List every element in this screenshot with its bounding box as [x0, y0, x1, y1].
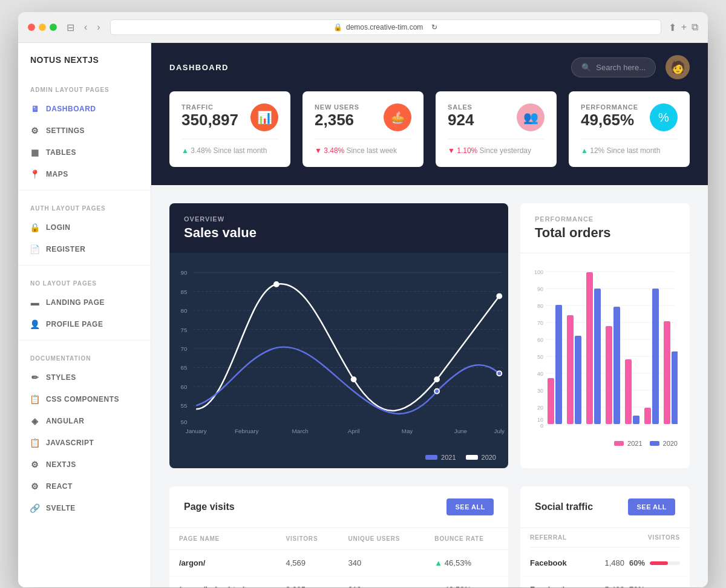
register-icon: 📄	[30, 244, 40, 254]
sidebar-item-login[interactable]: 🔒 Login	[18, 217, 151, 238]
social-bar	[650, 561, 668, 565]
social-right: 5,480 70%	[604, 585, 680, 587]
sidebar-item-svelte[interactable]: 🔗 Svelte	[18, 497, 151, 519]
svg-text:85: 85	[181, 289, 188, 295]
stat-value: 350,897	[182, 111, 238, 129]
sidebar-item-label: NextJS	[46, 460, 76, 469]
svg-rect-60	[633, 416, 639, 424]
login-icon: 🔒	[30, 223, 40, 232]
svg-text:20: 20	[537, 405, 543, 411]
sidebar-item-dashboard[interactable]: 🖥 Dashboard	[18, 98, 151, 120]
legend-dot-2021	[425, 455, 437, 460]
perf-legend-dot-2021	[614, 441, 624, 446]
svg-text:0: 0	[540, 423, 543, 429]
svg-text:75: 75	[181, 327, 188, 333]
social-rows: Facebook 1,480 60% Facebook	[520, 550, 690, 587]
sidebar-item-label: Javascript	[46, 439, 94, 447]
performance-chart-card: Performance Total orders 100 90 80 70 60…	[520, 203, 690, 468]
list-item: Facebook 5,480 70%	[520, 577, 690, 587]
svg-text:50: 50	[537, 354, 543, 360]
app-container: NOTUS NEXTJS Admin Layout Pages 🖥 Dashbo…	[18, 43, 708, 587]
sidebar-item-tables[interactable]: ▦ Tables	[18, 142, 151, 163]
refresh-icon[interactable]: ↻	[431, 23, 437, 31]
new-tab-icon[interactable]: +	[681, 22, 687, 33]
svelte-icon: 🔗	[30, 503, 40, 513]
svg-rect-54	[575, 336, 581, 424]
sidebar-item-profile[interactable]: 👤 Profile Page	[18, 313, 151, 335]
sidebar-item-javascript[interactable]: 📋 Javascript	[18, 432, 151, 454]
sidebar-item-landing[interactable]: ▬ Landing Page	[18, 292, 151, 313]
sidebar: NOTUS NEXTJS Admin Layout Pages 🖥 Dashbo…	[18, 43, 151, 587]
browser-nav: ⊟ ‹ ›	[64, 21, 103, 34]
col-referral: Referral	[530, 534, 567, 541]
performance-chart-header: Performance Total orders	[520, 203, 690, 253]
minimize-dot[interactable]	[39, 24, 46, 31]
page-title: Dashboard	[169, 63, 229, 72]
sidebar-item-styles[interactable]: ✏ Styles	[18, 367, 151, 388]
forward-icon[interactable]: ›	[94, 21, 102, 34]
svg-rect-63	[664, 321, 670, 424]
change-value: 12%	[590, 146, 604, 155]
sidebar-toggle-icon[interactable]: ⊟	[64, 21, 77, 34]
avatar[interactable]: 🧑	[666, 55, 690, 79]
sidebar-item-settings[interactable]: ⚙ Settings	[18, 120, 151, 142]
line-chart-svg: 90 85 80 75 70 65 60 55 50	[169, 259, 508, 440]
sidebar-item-label: Angular	[46, 417, 85, 425]
perf-legend-label-2021: 2021	[627, 440, 642, 447]
sidebar-item-label: Profile Page	[46, 320, 103, 328]
change-text: Since last month	[607, 146, 661, 155]
stat-icon-newusers: 🥧	[384, 103, 411, 131]
svg-rect-59	[625, 359, 632, 424]
overview-chart-body: 90 85 80 75 70 65 60 55 50	[169, 253, 508, 446]
sidebar-section-auth: Auth Layout Pages	[18, 195, 151, 217]
perf-legend-2020: 2020	[650, 440, 678, 447]
page-visits-see-all[interactable]: SEE ALL	[446, 498, 494, 515]
bounce-cell: ▲ 46,53%	[425, 550, 508, 577]
performance-chart-body: 100 90 80 70 60 50 40 30 20 10 0	[520, 253, 690, 459]
overview-chart-card: Overview Sales value	[169, 203, 508, 468]
svg-point-17	[274, 282, 279, 287]
table-row: /argon/ 4,569 340 ▲ 46,53%	[169, 550, 508, 577]
dashboard-icon: 🖥	[30, 104, 40, 114]
legend-label-2020: 2020	[482, 454, 496, 461]
landing-icon: ▬	[30, 298, 40, 307]
svg-rect-57	[606, 326, 612, 424]
svg-text:January: January	[186, 428, 207, 434]
tables-icon: ▦	[30, 148, 40, 157]
close-dot[interactable]	[28, 24, 35, 31]
react-icon: ⚙	[30, 482, 40, 491]
stat-card-newusers: New Users 2,356 🥧 ▼ 3.48% Since last wee…	[302, 91, 424, 167]
social-right: 1,480 60%	[604, 558, 680, 567]
search-placeholder: Search here...	[596, 63, 646, 72]
search-bar[interactable]: 🔍 Search here...	[571, 57, 656, 77]
change-value: 3.48%	[324, 146, 344, 155]
back-icon[interactable]: ‹	[82, 21, 90, 34]
svg-point-21	[497, 294, 502, 299]
social-name: Facebook	[530, 558, 567, 567]
sidebar-item-maps[interactable]: 📍 Maps	[18, 163, 151, 185]
sidebar-item-react[interactable]: ⚙ React	[18, 475, 151, 497]
legend-dot-2020	[466, 455, 478, 460]
svg-text:60: 60	[181, 384, 188, 390]
sidebar-item-angular[interactable]: ◈ Angular	[18, 410, 151, 432]
tabs-icon[interactable]: ⧉	[692, 22, 698, 33]
social-traffic-see-all[interactable]: SEE ALL	[628, 498, 675, 515]
stat-footer-performance: ▲ 12% Since last month	[581, 146, 678, 155]
maximize-dot[interactable]	[50, 24, 57, 31]
col-visitors: Visitors	[276, 528, 338, 550]
social-traffic-cols: Referral Visitors	[520, 528, 690, 550]
social-pct: 70%	[629, 585, 645, 587]
page-visits-header: Page visits SEE ALL	[169, 486, 508, 528]
sidebar-item-register[interactable]: 📄 Register	[18, 238, 151, 260]
sidebar-item-nextjs[interactable]: ⚙ NextJS	[18, 454, 151, 475]
svg-point-19	[434, 377, 439, 382]
svg-text:10: 10	[537, 417, 543, 423]
sidebar-item-label: CSS Components	[46, 395, 119, 403]
url-bar[interactable]: 🔒 demos.creative-tim.com ↻	[110, 19, 661, 35]
stats-cards: Traffic 350,897 📊 ▲ 3.48% Since last mon…	[151, 91, 708, 185]
charts-section: Overview Sales value	[151, 185, 708, 486]
share-icon[interactable]: ⬆	[669, 22, 676, 33]
sidebar-item-label: Login	[46, 223, 71, 232]
col-unique-users: Unique Users	[339, 528, 425, 550]
sidebar-item-css[interactable]: 📋 CSS Components	[18, 388, 151, 410]
